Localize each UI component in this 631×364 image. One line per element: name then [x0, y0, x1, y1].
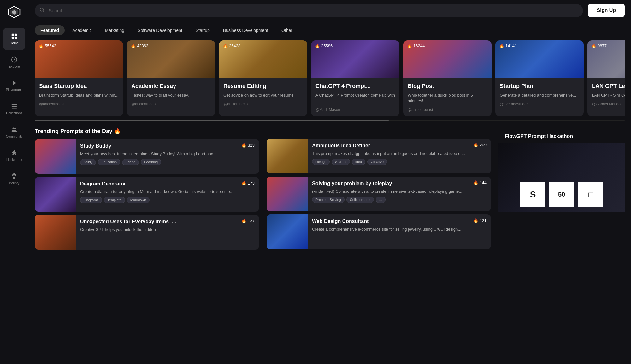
trend-title: Solving your problem by roleplay: [312, 180, 470, 187]
trend-title: Diagram Generator: [80, 181, 238, 187]
card-desc: Fastest way to draft your essay.: [131, 92, 211, 98]
svg-rect-4: [15, 34, 17, 36]
card-title: Saas Startup Idea: [39, 83, 119, 90]
search-wrapper: [35, 4, 583, 17]
sidebar-item-community[interactable]: Community: [3, 121, 25, 143]
fire-icon: 🔥: [241, 219, 246, 223]
trend-cards-left: Study Buddy 🔥 323 Meet your new best fri…: [35, 139, 259, 250]
playground-icon: [11, 79, 18, 86]
hack-logo-s: S: [520, 182, 545, 207]
card-title: Academic Essay: [131, 83, 211, 90]
tag: Template: [104, 197, 125, 203]
tag: Collaboration: [346, 197, 374, 203]
trend-count: 🔥 144: [473, 180, 487, 185]
tag: Markdown: [127, 197, 150, 203]
trend-tags: StudyEducationFriendLearning: [80, 159, 255, 165]
svg-rect-10: [12, 108, 17, 109]
trending-title: Trending Prompts of the Day 🔥: [35, 128, 259, 135]
fire-count: 🔥 14141: [499, 44, 517, 48]
card-author: @averagestudent: [500, 102, 579, 106]
svg-rect-3: [12, 34, 14, 36]
signup-button[interactable]: Sign Up: [588, 4, 625, 17]
fire-count: 🔥 26428: [223, 44, 240, 48]
featured-cards-row: 🔥 55643 Saas Startup Idea Brainstorm Sta…: [35, 35, 625, 120]
trend-tags: Problem-SolvingCollaboration...: [312, 197, 487, 203]
featured-card-startup-plan[interactable]: 🔥 14141 Startup Plan Generate a detailed…: [495, 40, 584, 116]
sidebar-item-hackathon[interactable]: Hackathon: [3, 144, 25, 167]
collections-icon: [11, 103, 18, 110]
category-tab-software-dev[interactable]: Software Development: [132, 25, 188, 35]
sidebar-item-collections[interactable]: Collections: [3, 98, 25, 120]
sidebar-item-playground[interactable]: Playground: [3, 74, 25, 97]
featured-card-resume-editing[interactable]: 🔥 26428 Resume Editing Get advice on how…: [219, 40, 307, 116]
trend-desc: Meet your new best friend in learning - …: [80, 151, 255, 157]
svg-point-14: [40, 8, 44, 11]
trend-card-ambiguous-idea[interactable]: Ambiguous Idea Definer 🔥 209 This prompt…: [267, 139, 491, 173]
trend-card-unexpected-uses[interactable]: Unexpected Uses for Everyday Items -... …: [35, 215, 259, 250]
category-tab-academic[interactable]: Academic: [67, 25, 97, 35]
sidebar-item-explore-label: Explore: [9, 64, 20, 68]
category-tab-other[interactable]: Other: [276, 25, 298, 35]
card-author: @ancientbeast: [223, 102, 303, 106]
tag: Design: [312, 159, 330, 165]
trend-title: Study Buddy: [80, 143, 238, 149]
fire-icon: 🔥: [131, 44, 136, 48]
search-input[interactable]: [35, 4, 583, 17]
trend-count: 🔥 137: [241, 219, 255, 223]
logo-area: [7, 5, 21, 20]
tag: Friend: [122, 159, 139, 165]
svg-point-12: [14, 128, 16, 130]
tag: Education: [98, 159, 120, 165]
category-tabs: FeaturedAcademicMarketingSoftware Develo…: [28, 21, 631, 35]
sidebar-item-bounty[interactable]: Bounty: [3, 168, 25, 190]
bounty-icon: [11, 173, 18, 180]
trend-card-study-buddy[interactable]: Study Buddy 🔥 323 Meet your new best fri…: [35, 139, 259, 174]
sidebar-item-explore[interactable]: Explore: [3, 51, 25, 73]
trend-card-web-design[interactable]: Web Design Consultant 🔥 121 Create a com…: [267, 214, 491, 249]
featured-card-saas-startup[interactable]: 🔥 55643 Saas Startup Idea Brainstorm Sta…: [35, 40, 123, 116]
tag: ...: [376, 197, 386, 203]
trend-card-img: [35, 139, 76, 174]
card-desc: A ChatGPT 4 Prompt Creator, come up with…: [316, 92, 395, 104]
category-tab-startup[interactable]: Startup: [190, 25, 215, 35]
category-tab-business-dev[interactable]: Business Development: [217, 25, 274, 35]
featured-card-academic-essay[interactable]: 🔥 42363 Academic Essay Fastest way to dr…: [127, 40, 215, 116]
svg-rect-9: [12, 106, 17, 107]
tag: Study: [80, 159, 96, 165]
trend-card-diagram-generator[interactable]: Diagram Generator 🔥 173 Create a diagram…: [35, 177, 259, 212]
sidebar-item-hackathon-label: Hackathon: [6, 158, 22, 161]
trend-desc: (kinda fixed) Collaborate with ai to cre…: [312, 189, 487, 194]
category-tab-marketing[interactable]: Marketing: [99, 25, 130, 35]
svg-point-11: [13, 128, 15, 130]
tag: Creative: [367, 159, 387, 165]
sidebar-item-home-label: Home: [10, 41, 19, 45]
trend-desc: CreativeGPT helps you unlock the hidden: [80, 227, 255, 232]
featured-card-lan-gpt[interactable]: 🔥 9877 LAN GPT Learn... LAN GPT - Sim Co…: [587, 40, 625, 116]
svg-rect-8: [12, 104, 17, 105]
card-author: @ancientbeast: [39, 102, 119, 106]
card-desc: Whip together a quick blog post in 5 min…: [408, 92, 487, 104]
right-panel: FlowGPT Prompt Hackathon S 50 □: [498, 128, 625, 253]
fire-count: 🔥 16244: [407, 44, 425, 48]
card-desc: Get advice on how to edit your resume.: [223, 92, 303, 98]
fire-count: 🔥 9877: [591, 44, 607, 48]
trend-title: Web Design Consultant: [312, 218, 470, 225]
featured-card-chatgpt4[interactable]: 🔥 25586 ChatGPT 4 Prompt... A ChatGPT 4 …: [311, 40, 399, 116]
card-title: Resume Editing: [223, 83, 303, 90]
trending-section: Trending Prompts of the Day 🔥 Study Budd…: [35, 128, 625, 253]
trend-card-solving-roleplay[interactable]: Solving your problem by roleplay 🔥 144 (…: [267, 177, 491, 211]
hack-logo-box: □: [578, 182, 603, 207]
tag: Diagrams: [80, 197, 102, 203]
sidebar-item-home[interactable]: Home: [3, 28, 25, 50]
trend-card-body: Unexpected Uses for Everyday Items -... …: [76, 215, 259, 239]
sidebar: Home Explore Playground Collections Comm…: [0, 0, 28, 364]
trend-count: 🔥 121: [473, 218, 487, 223]
trend-card-img: [267, 214, 308, 249]
tag: Learning: [141, 159, 161, 165]
featured-card-blog-post[interactable]: 🔥 16244 Blog Post Whip together a quick …: [403, 40, 492, 116]
fire-icon: 🔥: [473, 180, 478, 185]
fire-icon: 🔥: [223, 44, 228, 48]
card-title: LAN GPT Learn...: [592, 83, 625, 90]
trend-card-img: [35, 177, 76, 212]
category-tab-featured[interactable]: Featured: [35, 25, 65, 35]
